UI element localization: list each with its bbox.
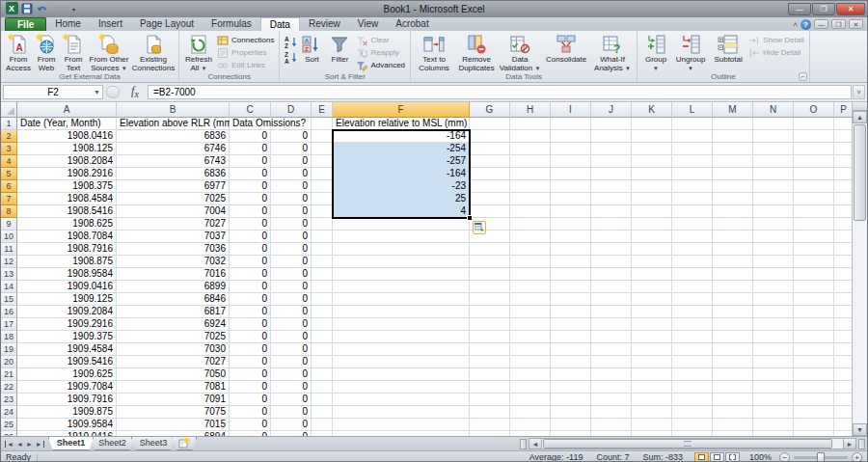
from-access-button[interactable]: A From Access	[4, 33, 33, 72]
cell-L13[interactable]	[672, 268, 713, 281]
cell-E20[interactable]	[312, 356, 333, 368]
cell-J17[interactable]	[591, 318, 632, 331]
cell-J1[interactable]	[591, 118, 632, 130]
cell-O22[interactable]	[794, 381, 834, 394]
cell-B4[interactable]: 6743	[117, 155, 230, 168]
cell-O7[interactable]	[794, 193, 834, 205]
cell-E17[interactable]	[312, 318, 333, 331]
cell-E4[interactable]	[312, 155, 333, 168]
horizontal-scroll-track[interactable]	[542, 438, 843, 449]
cell-L24[interactable]	[672, 406, 713, 419]
cell-O2[interactable]	[794, 130, 834, 143]
workbook-close-button[interactable]: ✕	[849, 19, 863, 29]
cell-I19[interactable]	[551, 343, 591, 356]
vertical-scroll-thumb[interactable]	[854, 124, 866, 221]
cell-J9[interactable]	[591, 218, 632, 231]
cell-K6[interactable]	[632, 180, 672, 193]
cell-O20[interactable]	[794, 356, 834, 368]
cell-C2[interactable]: 0	[230, 130, 271, 143]
cell-N3[interactable]	[753, 143, 794, 155]
help-icon[interactable]: ?	[800, 19, 811, 30]
cell-G11[interactable]	[470, 243, 510, 256]
minimize-button[interactable]: —	[788, 3, 811, 15]
cell-E7[interactable]	[312, 193, 333, 205]
cell-I2[interactable]	[551, 130, 591, 143]
cell-A7[interactable]: 1908.4584	[17, 193, 117, 205]
cell-I18[interactable]	[551, 331, 591, 343]
row-header-2[interactable]: 2	[1, 130, 17, 143]
cell-A21[interactable]: 1909.625	[17, 368, 117, 381]
column-header-H[interactable]: H	[510, 102, 551, 118]
cell-F1[interactable]: Elevation relative to MSL (mm)	[333, 118, 470, 130]
cell-F7[interactable]: 25	[333, 193, 470, 205]
row-header-3[interactable]: 3	[1, 143, 17, 155]
cell-L2[interactable]	[672, 130, 713, 143]
horizontal-scrollbar[interactable]: ◄ ►	[520, 437, 867, 450]
cell-O19[interactable]	[794, 343, 834, 356]
from-web-button[interactable]: From Web	[33, 33, 60, 72]
row-header-13[interactable]: 13	[1, 268, 17, 281]
cell-P8[interactable]	[834, 205, 854, 218]
cell-P22[interactable]	[834, 381, 854, 394]
cell-B25[interactable]: 7015	[117, 419, 230, 431]
cell-I4[interactable]	[551, 155, 591, 168]
cell-E16[interactable]	[312, 306, 333, 318]
cell-K13[interactable]	[632, 268, 672, 281]
cell-H7[interactable]	[510, 193, 551, 205]
row-header-15[interactable]: 15	[1, 293, 17, 306]
cell-L16[interactable]	[672, 306, 713, 318]
tab-view[interactable]: View	[349, 17, 388, 31]
cell-C16[interactable]: 0	[230, 306, 271, 318]
cell-C3[interactable]: 0	[230, 143, 271, 155]
column-header-L[interactable]: L	[672, 102, 713, 118]
cell-E3[interactable]	[312, 143, 333, 155]
last-sheet-icon[interactable]: ►	[36, 441, 44, 448]
cell-F19[interactable]	[333, 343, 470, 356]
cell-N24[interactable]	[753, 406, 794, 419]
cell-A19[interactable]: 1909.4584	[17, 343, 117, 356]
row-header-9[interactable]: 9	[1, 218, 17, 231]
cell-O18[interactable]	[794, 331, 834, 343]
column-header-A[interactable]: A	[17, 102, 117, 118]
cell-D5[interactable]: 0	[271, 168, 312, 180]
cell-N15[interactable]	[753, 293, 794, 306]
cell-M7[interactable]	[713, 193, 753, 205]
cell-N10[interactable]	[753, 231, 794, 243]
first-sheet-icon[interactable]: ◄	[5, 441, 14, 448]
cell-A12[interactable]: 1908.875	[17, 256, 117, 268]
cell-J24[interactable]	[591, 406, 632, 419]
cell-M12[interactable]	[713, 256, 753, 268]
cell-J21[interactable]	[591, 368, 632, 381]
cell-K17[interactable]	[632, 318, 672, 331]
cell-L21[interactable]	[672, 368, 713, 381]
tab-review[interactable]: Review	[300, 17, 349, 31]
cell-H11[interactable]	[510, 243, 551, 256]
cell-D21[interactable]: 0	[271, 368, 312, 381]
cell-F24[interactable]	[333, 406, 470, 419]
cell-M18[interactable]	[713, 331, 753, 343]
show-detail-button[interactable]: Show Detail	[746, 34, 806, 46]
cell-B6[interactable]: 6977	[117, 180, 230, 193]
cell-G8[interactable]	[470, 205, 510, 218]
cell-A16[interactable]: 1909.2084	[17, 306, 117, 318]
cell-F22[interactable]	[333, 381, 470, 394]
cell-B16[interactable]: 6817	[117, 306, 230, 318]
cell-H10[interactable]	[510, 231, 551, 243]
cell-I22[interactable]	[551, 381, 591, 394]
cell-N14[interactable]	[753, 281, 794, 293]
cell-J6[interactable]	[591, 180, 632, 193]
cell-O23[interactable]	[794, 394, 834, 406]
cell-B21[interactable]: 7050	[117, 368, 230, 381]
cell-C8[interactable]: 0	[230, 205, 271, 218]
cell-K7[interactable]	[632, 193, 672, 205]
tab-insert[interactable]: Insert	[90, 17, 131, 31]
cell-C20[interactable]: 0	[230, 356, 271, 368]
column-header-B[interactable]: B	[117, 102, 230, 118]
cell-E12[interactable]	[312, 256, 333, 268]
cell-A4[interactable]: 1908.2084	[17, 155, 117, 168]
cell-M9[interactable]	[713, 218, 753, 231]
existing-connections-button[interactable]: Existing Connections	[131, 33, 176, 72]
workbook-restore-button[interactable]: ❐	[831, 19, 846, 29]
scroll-down-icon[interactable]: ▼	[853, 423, 867, 436]
cell-G19[interactable]	[470, 343, 510, 356]
